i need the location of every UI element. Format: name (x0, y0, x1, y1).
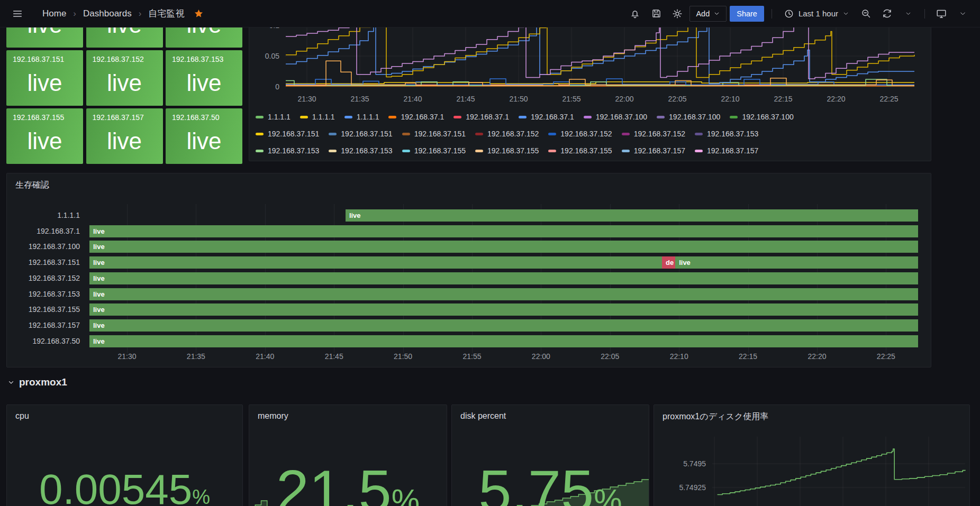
legend-item[interactable]: 1.1.1.1 (344, 113, 379, 121)
menu-toggle-button[interactable] (8, 6, 26, 22)
breadcrumb-current-dashboard: 自宅監視 (148, 7, 184, 20)
breadcrumb-dashboards[interactable]: Dashboards (83, 8, 132, 19)
timeline-segment-label: live (346, 209, 361, 222)
time-range-picker[interactable]: Last 1 hour (779, 6, 854, 22)
hamburger-icon (12, 8, 23, 20)
timeline-segment-live: live (89, 272, 918, 284)
toolbar-divider (924, 9, 925, 19)
zoom-out-button[interactable] (857, 6, 875, 22)
legend-item[interactable]: 192.168.37.151 (256, 130, 319, 138)
legend-series-label: 192.168.37.1 (401, 113, 444, 121)
row-section-toggle[interactable]: proxmox1 (7, 376, 67, 388)
legend-series-marker (730, 116, 738, 118)
legend-item[interactable]: 192.168.37.152 (475, 130, 539, 138)
chevron-down-icon (905, 10, 912, 17)
legend-series-marker (256, 116, 264, 118)
legend-series-marker (388, 116, 396, 118)
x-axis-tick: 22:25 (865, 352, 907, 361)
time-range-label: Last 1 hour (798, 9, 838, 18)
timeline-segment-label: de (662, 256, 674, 269)
x-axis-tick: 21:30 (106, 352, 148, 361)
timeline-segment-label: live (89, 225, 105, 237)
legend-item[interactable]: 192.168.37.153 (256, 146, 319, 155)
refresh-interval-dropdown[interactable] (899, 6, 917, 22)
status-tile: 192.168.37.153live (166, 50, 242, 106)
x-axis-tick: 21:50 (503, 95, 534, 103)
x-axis-tick: 22:05 (589, 352, 631, 361)
gear-icon (672, 8, 683, 20)
legend-series-marker (402, 150, 410, 152)
legend-item[interactable]: 192.168.37.153 (695, 130, 758, 138)
save-icon (651, 8, 662, 19)
legend-item[interactable]: 192.168.37.152 (622, 130, 685, 138)
status-tile: 192.168.37.152live (86, 50, 163, 106)
breadcrumb: Home › Dashboards › 自宅監視 (42, 7, 184, 20)
timeline-row-label: 192.168.37.153 (7, 288, 80, 300)
timeline-segment-label: live (675, 256, 691, 269)
breadcrumb-home[interactable]: Home (42, 8, 66, 19)
save-dashboard-button[interactable] (647, 6, 665, 22)
legend-item[interactable]: 192.168.37.155 (475, 146, 539, 155)
legend-series-label: 192.168.37.153 (707, 130, 758, 138)
ping-chart-panel: 0.1 0.05 0 21:3021:3521:4021:4521:5021:5… (249, 21, 931, 161)
legend-row: 192.168.37.153192.168.37.153192.168.37.1… (256, 142, 928, 159)
legend-series-marker (475, 133, 483, 135)
row-section-title: proxmox1 (19, 376, 67, 388)
legend-item[interactable]: 192.168.37.100 (584, 113, 647, 121)
y-axis-tick: 0.05 (249, 51, 279, 61)
x-axis-tick: 22:15 (767, 95, 799, 103)
legend-series-label: 192.168.37.151 (268, 130, 319, 138)
tile-ip-label: 192.168.37.152 (93, 54, 157, 64)
notifications-bell-button[interactable] (626, 6, 644, 22)
legend-item[interactable]: 1.1.1.1 (256, 113, 291, 121)
timeline-segment-dead: de (662, 256, 675, 269)
legend-item[interactable]: 192.168.37.155 (402, 146, 466, 155)
panel-title: cpu (15, 411, 29, 421)
timeline-row: live (89, 303, 918, 316)
legend-item[interactable]: 192.168.37.1 (519, 113, 574, 121)
legend-item[interactable]: 192.168.37.152 (548, 130, 612, 138)
x-axis-tick: 21:55 (556, 95, 587, 103)
ping-chart (249, 22, 931, 106)
legend-series-marker (300, 116, 308, 118)
dashboard-settings-button[interactable] (668, 6, 686, 22)
refresh-button[interactable] (878, 6, 896, 22)
add-panel-button[interactable]: Add (689, 6, 727, 22)
tile-status-value: live (172, 64, 236, 102)
timeline-segment-label: live (89, 319, 105, 332)
share-button[interactable]: Share (730, 6, 764, 22)
legend-item[interactable]: 1.1.1.1 (300, 113, 335, 121)
legend-series-label: 192.168.37.153 (268, 146, 319, 155)
legend-item[interactable]: 192.168.37.151 (402, 130, 466, 138)
legend-series-label: 192.168.37.157 (634, 146, 685, 155)
legend-series-label: 192.168.37.1 (531, 113, 574, 121)
status-tile: 192.168.37.50live (166, 108, 242, 164)
nav-right: Add Share Last 1 hour (626, 6, 972, 22)
legend-series-label: 192.168.37.155 (487, 146, 539, 155)
legend-series-label: 192.168.37.157 (707, 146, 758, 155)
legend-item[interactable]: 192.168.37.157 (695, 146, 758, 155)
legend-item[interactable]: 192.168.37.100 (657, 113, 720, 121)
x-axis-tick: 22:20 (820, 95, 852, 103)
stat-value: 0.00545% (7, 468, 242, 506)
legend-series-label: 192.168.37.152 (634, 130, 685, 138)
x-axis-tick: 21:40 (397, 95, 429, 103)
chevron-down-icon (959, 10, 967, 17)
x-axis-tick: 21:35 (344, 95, 376, 103)
favorite-star-button[interactable] (189, 6, 207, 22)
legend-item[interactable]: 192.168.37.1 (388, 113, 444, 121)
legend-item[interactable]: 192.168.37.100 (730, 113, 793, 121)
chevron-down-icon (713, 10, 720, 17)
tv-kiosk-button[interactable] (932, 6, 950, 22)
timeline-row: livedelive (89, 256, 918, 269)
legend-item[interactable]: 192.168.37.151 (329, 130, 392, 138)
toolbar-chevron-button[interactable] (954, 6, 972, 22)
status-tiles-panel: livelivelive192.168.37.151live192.168.37… (6, 27, 242, 164)
legend-item[interactable]: 192.168.37.1 (453, 113, 509, 121)
legend-item[interactable]: 192.168.37.157 (622, 146, 685, 155)
legend-item[interactable]: 192.168.37.155 (548, 146, 612, 155)
timeline-segment-live: live (89, 319, 918, 332)
legend-series-marker (475, 150, 483, 152)
legend-series-marker (584, 116, 592, 118)
legend-item[interactable]: 192.168.37.153 (329, 146, 392, 155)
